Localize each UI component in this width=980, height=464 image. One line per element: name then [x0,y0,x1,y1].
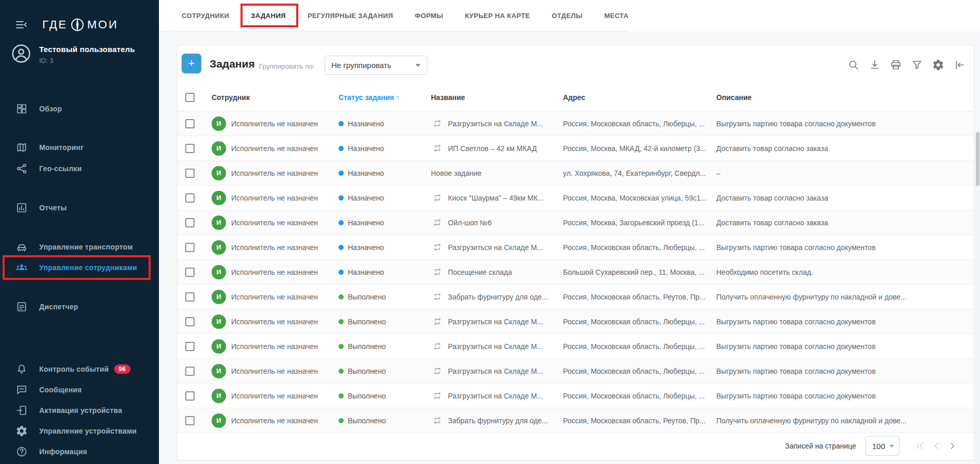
group-by-value: Не группировать [331,61,391,70]
row-checkbox[interactable] [185,342,195,351]
repeat-icon [433,416,442,425]
task-row[interactable]: ИИсполнитель не назначенНазначеноОйл-шоп… [178,210,974,235]
tab-regular-tasks[interactable]: РЕГУЛЯРНЫЕ ЗАДАНИЯ [308,12,393,20]
page-size-value: 100 [872,442,885,451]
tab-places[interactable]: МЕСТА [604,12,629,20]
chart-icon [15,202,28,214]
sidebar-item-label: Управление транспортом [39,243,133,251]
group-by-select[interactable]: Не группировать [325,56,427,75]
overview-icon [15,103,28,115]
address-cell: ул. Хохрякова, 74, Екатеринбург, Свердл.… [563,169,716,177]
user-profile[interactable]: Тестовый пользователь ID: 3 [11,44,154,64]
row-checkbox[interactable] [185,391,195,401]
task-name-cell: Посещение склада [431,268,563,276]
description-cell: – [716,169,966,177]
sidebar-item-reports[interactable]: Отчеты [0,197,159,218]
task-row[interactable]: ИИсполнитель не назначенВыполненоРазгруз… [178,309,974,334]
tasks-panel: + Задания Группировать по: Не группирова… [177,45,974,460]
sidebar-item-dispatcher[interactable]: Диспетчер [0,296,159,317]
task-row[interactable]: ИИсполнитель не назначенВыполненоЗабрать… [178,285,974,309]
task-row[interactable]: ИИсполнитель не назначенВыполненоРазгруз… [178,359,974,384]
description-cell: Доставить товар согласно заказа [716,194,966,202]
vertical-scrollbar[interactable] [975,129,980,464]
sidebar-item-event-control[interactable]: Контроль событий96 [0,359,159,379]
sidebar-item-information[interactable]: Информация [0,441,159,462]
sidebar-item-overview[interactable]: Обзор [0,98,159,119]
sidebar-header: ГДЕ МОИ [0,13,159,36]
address-cell: Россия, Московская область, Люберцы, ... [563,392,716,400]
address-cell: Россия, Московская область, Люберцы, ... [563,120,716,128]
address-cell: Россия, Московская область, Люберцы, ... [563,243,716,252]
column-header[interactable]: Название [431,93,563,102]
print-icon[interactable] [890,59,902,71]
next-page-button[interactable] [946,439,959,453]
status-label: Выполнено [348,293,386,301]
scrollbar-thumb[interactable] [976,132,979,186]
row-checkbox[interactable] [185,268,195,277]
task-name: ИП Светлов – 42 км МКАД [448,144,537,153]
task-name: Киоск "Шаурма" – 49км МК... [448,194,543,202]
task-name-cell: Ойл-шоп №6 [431,218,563,227]
description-cell: Выгрузить партию товара согласно докумен… [716,342,966,351]
tab-forms[interactable]: ФОРМЫ [415,12,443,20]
status-cell: Выполнено [339,318,431,326]
pagination [913,439,959,453]
status-label: Выполнено [348,367,386,375]
employee-name: Исполнитель не назначен [231,194,318,202]
task-row[interactable]: ИИсполнитель не назначенВыполненоРазгруз… [178,384,974,408]
collapse-columns-icon[interactable] [953,59,966,71]
page-size-select[interactable]: 100 [865,436,899,456]
row-checkbox[interactable] [185,292,195,302]
select-all-checkbox[interactable] [185,93,195,102]
download-icon[interactable] [869,59,881,71]
task-row[interactable]: ИИсполнитель не назначенНазначеноНовое з… [178,161,974,186]
sidebar-item-device-management[interactable]: Управление устройствами [0,421,159,441]
task-name: Разгрузиться на Складе М... [448,243,543,252]
row-checkbox[interactable] [185,218,195,227]
row-checkbox[interactable] [185,193,195,203]
row-checkbox[interactable] [185,243,195,252]
sidebar-item-device-activation[interactable]: Активация устройства [0,400,159,421]
column-header[interactable]: Адрес [563,93,716,102]
row-checkbox[interactable] [185,144,195,153]
sidebar-item-label: Управление устройствами [39,427,137,435]
page-size-label: Записей на странице [785,442,856,450]
employee-name: Исполнитель не назначен [231,367,318,375]
task-row[interactable]: ИИсполнитель не назначенНазначеноИП Свет… [178,136,974,161]
employee-cell: ИИсполнитель не назначен [210,240,339,255]
first-page-icon [914,441,925,451]
row-checkbox[interactable] [185,416,195,425]
tab-departments[interactable]: ОТДЕЛЫ [552,12,583,20]
sidebar-item-geo-links[interactable]: Гео-ссылки [0,158,159,179]
employee-name: Исполнитель не назначен [231,268,318,276]
sidebar-item-messages[interactable]: Сообщения [0,379,159,400]
task-row[interactable]: ИИсполнитель не назначенНазначеноРазгруз… [178,111,974,136]
task-row[interactable]: ИИсполнитель не назначенВыполненоРазгруз… [178,334,974,359]
task-row[interactable]: ИИсполнитель не назначенНазначеноКиоск "… [178,186,974,210]
tab-label: МЕСТА [604,12,629,20]
column-header[interactable]: Сотрудник [210,93,339,102]
sidebar-item-transport-management[interactable]: Управление транспортом [0,237,159,257]
repeat-icon [433,243,442,252]
column-header[interactable]: Описание [716,93,966,102]
column-header[interactable]: Статус задания ↑ [339,93,431,102]
sidebar-item-employee-management[interactable]: Управление сотрудниками [0,257,159,278]
task-row[interactable]: ИИсполнитель не назначенНазначеноПосещен… [178,260,974,285]
sidebar-item-monitoring[interactable]: Мониторинг [0,137,159,158]
tab-tasks[interactable]: ЗАДАНИЯ [251,12,286,20]
task-row[interactable]: ИИсполнитель не назначенНазначеноРазгруз… [178,235,974,260]
filter-icon[interactable] [911,59,923,71]
add-task-button[interactable]: + [182,54,201,73]
task-row[interactable]: ИИсполнитель не назначенВыполненоЗабрать… [178,408,974,433]
settings-icon[interactable] [932,59,944,71]
help-icon [15,445,28,458]
search-icon[interactable] [847,59,860,71]
tabbar: СОТРУДНИКИЗАДАНИЯРЕГУЛЯРНЫЕ ЗАДАНИЯФОРМЫ… [159,0,628,31]
tab-employees[interactable]: СОТРУДНИКИ [182,12,229,20]
row-checkbox[interactable] [185,367,195,376]
row-checkbox[interactable] [185,119,195,128]
sidebar-collapse-icon[interactable] [14,18,28,31]
row-checkbox[interactable] [185,169,195,178]
tab-courier-on-map[interactable]: КУРЬЕР НА КАРТЕ [465,12,530,20]
row-checkbox[interactable] [185,317,195,326]
